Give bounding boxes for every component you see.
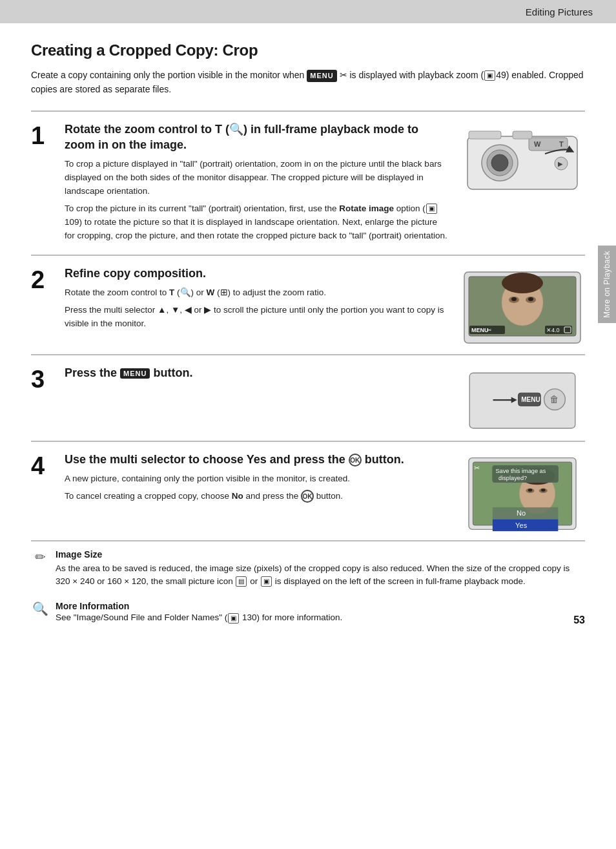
ref-small-icon-1: ▤ bbox=[236, 576, 247, 587]
main-content: Creating a Cropped Copy: Crop Create a c… bbox=[0, 23, 616, 642]
svg-text:displayed?: displayed? bbox=[498, 474, 527, 481]
step-1-number: 1 bbox=[31, 122, 65, 246]
note-pencil-icon: ✏ bbox=[31, 549, 49, 565]
step-2-body: Rotate the zoom control to T (🔍) or W (⊞… bbox=[65, 286, 449, 331]
svg-rect-9 bbox=[469, 131, 501, 139]
note-title: Image Size bbox=[56, 549, 585, 560]
step-1-para-2: To crop the picture in its current "tall… bbox=[65, 202, 449, 243]
more-info-search-icon: 🔍 bbox=[31, 601, 49, 616]
more-info-box: 🔍 More Information See "Image/Sound File… bbox=[31, 601, 585, 623]
page-title: Creating a Cropped Copy: Crop bbox=[31, 41, 585, 59]
step-4-content: Use the multi selector to choose Yes and… bbox=[65, 452, 459, 532]
svg-point-37 bbox=[541, 488, 545, 492]
svg-text:Save this image as: Save this image as bbox=[495, 467, 546, 474]
svg-point-17 bbox=[528, 297, 533, 301]
step-4-heading: Use the multi selector to choose Yes and… bbox=[65, 452, 449, 467]
step-2-image: MENU ✂ ✕4.0 bbox=[459, 266, 585, 346]
step-1-content: Rotate the zoom control to T (🔍) in full… bbox=[65, 122, 459, 246]
more-info-title: More Information bbox=[56, 601, 342, 611]
step-2-para-2: Press the multi selector ▲, ▼, ◀ or ▶ to… bbox=[65, 304, 449, 331]
ok-button-icon: OK bbox=[349, 454, 362, 466]
intro-ref: 49 bbox=[496, 70, 506, 80]
step-3-illustration: MENU 🗑 bbox=[461, 368, 584, 433]
step-1-image: W T ▶ bbox=[459, 122, 585, 246]
note-text: As the area to be saved is reduced, the … bbox=[56, 562, 585, 589]
header-bar: Editing Pictures bbox=[0, 0, 616, 23]
intro-text-mid: is displayed with playback zoom ( bbox=[349, 70, 484, 80]
step-4: 4 Use the multi selector to choose Yes a… bbox=[31, 441, 585, 540]
ref-box-130: ▣ bbox=[228, 613, 239, 624]
step-3-heading: Press the MENU button. bbox=[65, 366, 449, 381]
step-4-body: A new picture, containing only the porti… bbox=[65, 472, 449, 503]
step-2-heading: Refine copy composition. bbox=[65, 266, 449, 281]
svg-text:✕4.0: ✕4.0 bbox=[546, 327, 560, 333]
step-1-T: T bbox=[215, 123, 222, 136]
header-title: Editing Pictures bbox=[526, 6, 593, 17]
menu-icon-intro: MENU bbox=[307, 70, 336, 82]
step-2-number: 2 bbox=[31, 266, 65, 346]
step-3-content: Press the MENU button. bbox=[65, 366, 459, 433]
image-size-note: ✏ Image Size As the area to be saved is … bbox=[31, 541, 585, 595]
step-1-body: To crop a picture displayed in "tall" (p… bbox=[65, 158, 449, 243]
step-2-content: Refine copy composition. Rotate the zoom… bbox=[65, 266, 459, 346]
page-number: 53 bbox=[573, 614, 585, 626]
step-3-image: MENU 🗑 bbox=[459, 366, 585, 433]
svg-text:W: W bbox=[534, 140, 541, 148]
svg-point-36 bbox=[528, 488, 531, 492]
menu-btn-label: MENU bbox=[120, 368, 150, 379]
step-4-para-2: To cancel creating a cropped copy, choos… bbox=[65, 490, 449, 503]
step-2: 2 Refine copy composition. Rotate the zo… bbox=[31, 255, 585, 354]
svg-text:✂: ✂ bbox=[487, 327, 492, 333]
more-info-text: See "Image/Sound File and Folder Names" … bbox=[56, 613, 342, 623]
svg-text:Yes: Yes bbox=[515, 521, 528, 529]
step-2-illustration: MENU ✂ ✕4.0 bbox=[461, 269, 584, 346]
svg-text:▶: ▶ bbox=[558, 160, 563, 167]
step-1: 1 Rotate the zoom control to T (🔍) in fu… bbox=[31, 111, 585, 254]
svg-text:No: No bbox=[517, 509, 526, 517]
svg-point-3 bbox=[491, 154, 508, 171]
step-1-para-1: To crop a picture displayed in "tall" (p… bbox=[65, 158, 449, 198]
intro-paragraph: Create a copy containing only the portio… bbox=[31, 68, 585, 96]
step-3: 3 Press the MENU button. MENU 🗑 bbox=[31, 355, 585, 441]
svg-text:MENU: MENU bbox=[471, 327, 489, 333]
intro-text-before: Create a copy containing only the portio… bbox=[31, 70, 307, 80]
svg-text:✂: ✂ bbox=[474, 464, 480, 472]
ref-small-icon-2: ▣ bbox=[261, 576, 272, 587]
step-3-number: 3 bbox=[31, 366, 65, 433]
step-4-illustration: ✂ Save this image as displayed? No Yes bbox=[461, 455, 584, 532]
more-info-content: More Information See "Image/Sound File a… bbox=[56, 601, 342, 623]
svg-text:T: T bbox=[559, 140, 564, 148]
step-2-para-1: Rotate the zoom control to T (🔍) or W (⊞… bbox=[65, 286, 449, 300]
svg-rect-10 bbox=[513, 131, 532, 139]
note-content: Image Size As the area to be saved is re… bbox=[56, 549, 585, 589]
step-4-para-1: A new picture, containing only the porti… bbox=[65, 472, 449, 486]
scissors-icon: ✂ bbox=[337, 70, 350, 80]
ref-box-109a: ▣ bbox=[426, 204, 437, 214]
step-4-number: 4 bbox=[31, 452, 65, 532]
svg-point-18 bbox=[502, 273, 543, 293]
svg-point-16 bbox=[511, 297, 517, 301]
svg-text:🗑: 🗑 bbox=[549, 393, 559, 404]
step-1-heading: Rotate the zoom control to T (🔍) in full… bbox=[65, 122, 449, 152]
ok-button-icon-2: OK bbox=[301, 490, 314, 503]
ref-box-49: ▣ bbox=[484, 70, 495, 81]
camera-top-illustration: W T ▶ bbox=[461, 125, 584, 196]
step-4-image: ✂ Save this image as displayed? No Yes bbox=[459, 452, 585, 532]
rotate-image-bold: Rotate image bbox=[339, 204, 394, 213]
svg-text:MENU: MENU bbox=[521, 396, 540, 403]
